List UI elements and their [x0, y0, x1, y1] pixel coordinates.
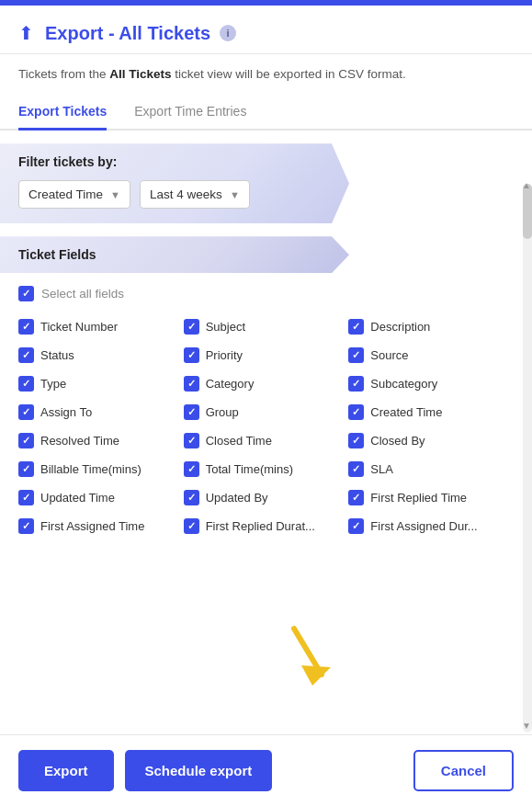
tab-export-time-entries[interactable]: Export Time Entries — [134, 95, 246, 131]
checkbox-first-assigned-time[interactable] — [18, 518, 34, 534]
filter-label: Filter tickets by: — [18, 154, 331, 169]
checkbox-first-assigned-dur[interactable] — [348, 518, 364, 534]
field-priority: Priority — [184, 341, 349, 369]
checkbox-billable-time[interactable] — [18, 461, 34, 477]
checkbox-updated-by[interactable] — [184, 490, 199, 505]
scroll-down-arrow[interactable]: ▼ — [521, 721, 532, 731]
checkbox-closed-by[interactable] — [348, 433, 364, 448]
field-billable-time: Billable Time(mins) — [18, 455, 184, 483]
field-label: Created Time — [370, 405, 442, 419]
fields-grid: Ticket Number Subject Description Status… — [18, 312, 514, 540]
checkbox-source[interactable] — [348, 347, 364, 363]
page-title: Export - All Tickets — [45, 23, 210, 44]
scroll-up-arrow[interactable]: ▲ — [521, 180, 532, 190]
field-label: Priority — [206, 348, 243, 362]
page-header: ⬆ Export - All Tickets i — [0, 6, 532, 54]
cancel-button[interactable]: Cancel — [413, 750, 514, 791]
time-range-dropdown[interactable]: Last 4 weeks ▼ — [140, 180, 250, 209]
field-subcategory: Subcategory — [348, 369, 514, 398]
field-label: SLA — [370, 462, 393, 476]
scrollbar-track — [523, 184, 532, 732]
field-first-assigned-dur: First Assigned Dur... — [348, 512, 514, 540]
footer-buttons: Export Schedule export Cancel — [0, 734, 532, 806]
field-label: Updated Time — [40, 491, 115, 505]
field-subject: Subject — [184, 312, 349, 341]
field-category: Category — [184, 369, 349, 398]
main-content: ⬆ Export - All Tickets i Tickets from th… — [0, 6, 532, 738]
field-source: Source — [348, 341, 514, 369]
checkbox-group[interactable] — [184, 404, 199, 420]
created-time-dropdown[interactable]: Created Time ▼ — [18, 180, 130, 209]
field-updated-time: Updated Time — [18, 483, 184, 512]
tab-export-tickets[interactable]: Export Tickets — [18, 95, 107, 131]
field-label: Ticket Number — [40, 320, 118, 334]
field-label: Category — [206, 377, 255, 391]
info-icon[interactable]: i — [220, 25, 236, 41]
field-first-assigned-time: First Assigned Time — [18, 512, 184, 540]
time-range-value: Last 4 weeks — [150, 187, 222, 201]
checkbox-first-replied-durat[interactable] — [184, 518, 199, 534]
field-label: Closed By — [370, 434, 424, 448]
field-closed-time: Closed Time — [184, 426, 349, 455]
chevron-down-icon: ▼ — [110, 189, 120, 200]
checkbox-type[interactable] — [18, 376, 34, 392]
field-label: Description — [370, 320, 430, 334]
field-group: Group — [184, 398, 349, 426]
checkbox-subcategory[interactable] — [348, 376, 364, 392]
field-label: Type — [40, 377, 66, 391]
field-closed-by: Closed By — [348, 426, 514, 455]
field-first-replied-durat: First Replied Durat... — [184, 512, 349, 540]
field-created-time: Created Time — [348, 398, 514, 426]
field-resolved-time: Resolved Time — [18, 426, 184, 455]
checkbox-assign-to[interactable] — [18, 404, 34, 420]
field-sla: SLA — [348, 455, 514, 483]
checkbox-category[interactable] — [184, 376, 199, 392]
field-label: Updated By — [206, 491, 268, 505]
upload-icon: ⬆ — [18, 22, 34, 44]
ticket-fields-label: Ticket Fields — [18, 247, 96, 262]
tabs-container: Export Tickets Export Time Entries — [0, 95, 532, 131]
checkbox-description[interactable] — [348, 319, 364, 335]
field-label: Source — [370, 348, 408, 362]
checkbox-updated-time[interactable] — [18, 490, 34, 505]
checkbox-status[interactable] — [18, 347, 34, 363]
checkbox-closed-time[interactable] — [184, 433, 199, 448]
field-ticket-number: Ticket Number — [18, 312, 184, 341]
checkbox-priority[interactable] — [184, 347, 199, 363]
checkbox-sla[interactable] — [348, 461, 364, 477]
subtitle-bold: All Tickets — [109, 67, 171, 81]
scrollbar-thumb[interactable] — [523, 184, 532, 239]
checkbox-ticket-number[interactable] — [18, 319, 34, 335]
subtitle-text: Tickets from the All Tickets ticket view… — [0, 54, 532, 95]
field-first-replied-time: First Replied Time — [348, 483, 514, 512]
checkbox-total-time[interactable] — [184, 461, 199, 477]
select-all-label: Select all fields — [41, 287, 124, 301]
subtitle-after: ticket view will be exported in CSV form… — [172, 67, 406, 81]
field-label: Total Time(mins) — [206, 462, 293, 476]
select-all-checkbox[interactable] — [18, 286, 34, 301]
field-label: First Replied Durat... — [206, 519, 315, 533]
field-type: Type — [18, 369, 184, 398]
subtitle-before: Tickets from the — [18, 67, 109, 81]
schedule-export-button[interactable]: Schedule export — [125, 750, 273, 791]
field-label: First Replied Time — [370, 491, 467, 505]
filter-dropdowns: Created Time ▼ Last 4 weeks ▼ — [18, 180, 331, 209]
field-label: Closed Time — [206, 434, 272, 448]
field-label: Billable Time(mins) — [40, 462, 141, 476]
created-time-value: Created Time — [28, 187, 103, 201]
export-button[interactable]: Export — [18, 750, 114, 791]
select-all-row: Select all fields — [18, 286, 514, 301]
field-description: Description — [348, 312, 514, 341]
chevron-down-icon-2: ▼ — [230, 189, 240, 200]
field-label: Resolved Time — [40, 434, 119, 448]
filter-section: Filter tickets by: Created Time ▼ Last 4… — [0, 143, 349, 223]
checkbox-created-time[interactable] — [348, 404, 364, 420]
field-label: First Assigned Dur... — [370, 519, 477, 533]
field-label: Subcategory — [370, 377, 437, 391]
checkbox-resolved-time[interactable] — [18, 433, 34, 448]
checkbox-subject[interactable] — [184, 319, 199, 335]
field-label: Subject — [206, 320, 245, 334]
checkbox-first-replied-time[interactable] — [348, 490, 364, 505]
field-status: Status — [18, 341, 184, 369]
field-updated-by: Updated By — [184, 483, 349, 512]
